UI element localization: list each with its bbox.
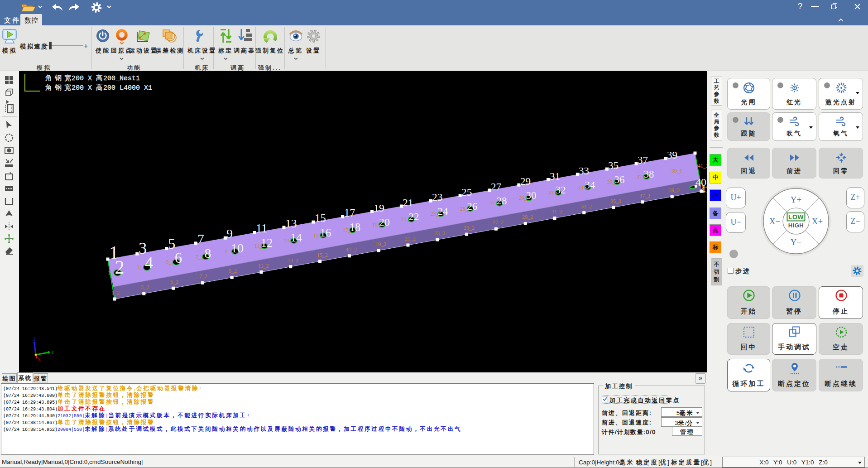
svg-text:36: 36: [614, 174, 624, 185]
svg-text:19_2: 19_2: [375, 241, 386, 247]
svg-text:Y−: Y−: [791, 237, 801, 247]
svg-text:7_2: 7_2: [199, 273, 207, 280]
svg-text:25: 25: [461, 186, 472, 198]
svg-text:14: 14: [290, 231, 302, 244]
svg-text:21_2: 21_2: [405, 236, 416, 242]
svg-text:16: 16: [320, 227, 331, 239]
svg-text:10: 10: [231, 241, 244, 255]
svg-text:12: 12: [261, 236, 273, 250]
svg-text:33: 33: [579, 165, 589, 177]
svg-text:24: 24: [437, 205, 448, 217]
svg-text:39_2: 39_2: [669, 187, 680, 193]
svg-text:Y: Y: [51, 350, 54, 355]
svg-text:角钢宽200 X 高200_Nest1: 角钢宽200 X 高200_Nest1: [45, 74, 140, 82]
svg-text:15: 15: [315, 212, 326, 224]
svg-text:9: 9: [226, 227, 233, 241]
svg-text:35_2: 35_2: [610, 198, 621, 204]
svg-text:1_2: 1_2: [111, 289, 120, 296]
svg-text:17: 17: [344, 207, 355, 219]
svg-text:30: 30: [526, 189, 536, 201]
svg-text:41: 41: [700, 183, 707, 195]
svg-text:18: 18: [350, 221, 360, 233]
svg-text:Y+: Y+: [791, 195, 801, 204]
svg-text:21: 21: [403, 197, 413, 208]
svg-text:32: 32: [555, 184, 566, 196]
svg-text:6: 6: [175, 250, 182, 266]
svg-text:31_2: 31_2: [551, 208, 562, 215]
svg-text:15_2: 15_2: [317, 252, 328, 258]
svg-text:22: 22: [408, 211, 419, 222]
svg-text:11: 11: [256, 222, 268, 235]
svg-text:2: 2: [115, 257, 125, 278]
svg-text:3_2: 3_2: [141, 284, 149, 290]
svg-text:7: 7: [197, 231, 204, 246]
svg-text:37: 37: [638, 154, 648, 166]
svg-text:13_2: 13_2: [288, 257, 298, 264]
svg-text:X+: X+: [812, 217, 823, 226]
svg-text:9_2: 9_2: [229, 268, 237, 274]
svg-text:Z: Z: [33, 337, 36, 342]
svg-text:39_1: 39_1: [671, 168, 682, 174]
svg-text:5_2: 5_2: [170, 279, 178, 285]
svg-text:34: 34: [585, 179, 595, 191]
svg-text:25_2: 25_2: [464, 225, 475, 231]
svg-text:29: 29: [520, 175, 531, 187]
svg-text:20: 20: [379, 216, 390, 228]
svg-text:LOW: LOW: [788, 213, 804, 221]
svg-text:29_2: 29_2: [522, 214, 533, 220]
svg-text:X: X: [38, 357, 41, 362]
svg-text:35: 35: [608, 159, 619, 171]
svg-text:27_2: 27_2: [493, 219, 504, 226]
svg-text:37_2: 37_2: [639, 193, 650, 199]
svg-text:33_2: 33_2: [581, 203, 592, 210]
svg-text:27: 27: [491, 181, 501, 193]
svg-text:26: 26: [467, 200, 477, 212]
svg-text:38: 38: [644, 169, 654, 180]
svg-text:8: 8: [205, 246, 211, 261]
svg-text:HIGH: HIGH: [788, 222, 804, 229]
svg-text:4: 4: [145, 253, 153, 272]
svg-text:19: 19: [374, 202, 384, 214]
svg-text:X−: X−: [769, 217, 780, 226]
svg-text:23_2: 23_2: [434, 230, 445, 236]
svg-text:41_2: 41_2: [698, 163, 707, 169]
svg-text:11_2: 11_2: [258, 263, 269, 269]
svg-text:23: 23: [432, 191, 443, 203]
svg-text:角钢宽200 X 高200 L4000 X1: 角钢宽200 X 高200 L4000 X1: [45, 84, 152, 92]
svg-text:28: 28: [496, 195, 507, 207]
svg-text:17_2: 17_2: [346, 246, 357, 253]
svg-text:31: 31: [550, 170, 560, 182]
svg-text:13: 13: [285, 217, 297, 230]
svg-text:39: 39: [667, 150, 677, 161]
